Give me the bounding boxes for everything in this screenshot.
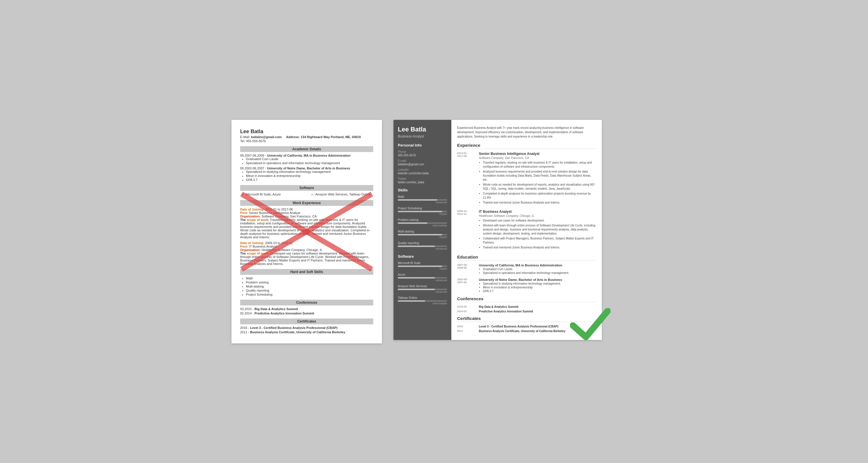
right-cert-1: 2016 Level 3 - Certified Business Analys…	[457, 325, 596, 328]
left-cert-1: 2016 - Level 3 - Certified Business Anal…	[240, 326, 373, 329]
right-conf-1-date: 2015-03	[457, 305, 476, 308]
left-skill-3: Multi-tasking	[246, 285, 373, 288]
left-skill-4: Quality reporting	[246, 289, 373, 292]
right-skill-qr-bar-bg	[398, 245, 447, 247]
right-edu-1-degree: University of California, MA in Business…	[479, 263, 569, 267]
right-skill-ps-bar-bg	[398, 211, 447, 212]
right-sw-mbi: Microsoft BI Suite Expert	[398, 261, 447, 270]
left-work-2: Date of Joining: 2009-10 to 2012-12 Post…	[240, 241, 373, 265]
left-skill-1: Math	[246, 277, 373, 280]
right-edu-1-detail: University of California, MA in Business…	[479, 263, 569, 275]
right-skill-prob-name: Problem solving	[398, 218, 447, 222]
right-sw-aws-bar-bg	[398, 289, 447, 290]
right-exp-2-b4: Trained and mentored Junior Business Ana…	[483, 245, 596, 250]
left-work-2-scope-intro: The scope of work:	[240, 252, 269, 255]
right-summary: Experienced Business Analyst with 7+ yea…	[457, 126, 596, 139]
left-work-header: Work Experience	[240, 200, 373, 206]
left-skill-2: Problem solving	[246, 281, 373, 284]
right-sw-tableau-level: Intermediate	[398, 302, 447, 305]
left-edu-2-bullet-2: Minor in innovation & entrepreneurship	[246, 174, 373, 177]
left-tel: Tel: 455-555-5676	[240, 139, 373, 143]
left-address: 134 Rightward Way Portland, ME, 04019	[301, 135, 361, 139]
left-edu-2-bullet-3: GPA 3.7	[246, 178, 373, 181]
left-edu-2-date: 09.2002-06.2007 -	[240, 167, 267, 170]
left-edu-1-date: 09.2007-06.2009 -	[240, 154, 267, 157]
right-edu-2-degree: University of Notre Dame, Bachelor of Ar…	[479, 278, 562, 282]
right-main: Experienced Business Analyst with 7+ yea…	[452, 120, 602, 340]
right-sw-tableau-bar-fill	[398, 300, 425, 302]
right-skill-math-name: Math	[398, 195, 447, 198]
right-edu-2-b3: GPA 3.7	[483, 290, 562, 293]
right-exp-1-b4: Completed in-depth analyses for business…	[483, 192, 596, 200]
right-sw-aws-level: Advanced	[398, 290, 447, 293]
right-exp-1-b5: Trained and mentored Junior Business Ana…	[483, 201, 596, 205]
right-linkedin-label: LinkedIn	[398, 168, 447, 171]
right-sw-aws-name: Amazon Web Services	[398, 285, 447, 288]
right-skills-title: Skills	[398, 188, 447, 192]
right-edu-1-b2: Specialized in operations and informatio…	[483, 271, 569, 274]
right-email-label: E-mail	[398, 159, 447, 163]
right-sw-mbi-bar-bg	[398, 265, 447, 267]
right-skill-prob-bar-bg	[398, 222, 447, 224]
right-exp-1-title: Senior Business Intelligence Analyst	[479, 152, 596, 156]
right-skill-prob-bar-fill	[398, 222, 427, 224]
right-sw-mbi-bar-fill	[398, 265, 442, 267]
right-skill-ps-name: Project Scheduling	[398, 207, 447, 210]
right-cert-2-name: Business Analysis Certificate, Universit…	[479, 329, 565, 333]
right-sw-tableau: Tableau Online Intermediate	[398, 296, 447, 305]
right-skill-ps-bar-fill	[398, 211, 442, 212]
right-skill-mt-bar-bg	[398, 234, 447, 235]
right-name: Lee Batla	[398, 126, 447, 133]
right-phone-label: Phone	[398, 150, 447, 153]
right-edu-2-date: 2002-09 -2007-06	[457, 278, 476, 293]
right-skill-mt-name: Multi-tasking	[398, 230, 447, 233]
right-sidebar: Lee Batla Business Analyst Personal Info…	[394, 120, 452, 340]
right-cert-2: 2011 Business Analysis Certificate, Univ…	[457, 329, 596, 333]
right-edu-2-detail: University of Notre Dame, Bachelor of Ar…	[479, 278, 562, 293]
right-software-title: Software	[398, 254, 447, 259]
resume-right: Lee Batla Business Analyst Personal Info…	[394, 120, 602, 340]
page-container: Lee Batla E-Mail: batlalee@gmail.com Add…	[231, 120, 637, 343]
left-conf-2: 02.2014 - Predictive Analytics Innovatio…	[240, 312, 373, 315]
right-exp-2-title: IT Business Analyst	[479, 210, 596, 214]
right-exp-2-b2: Worked with team through entire process …	[483, 224, 596, 236]
right-cert-1-name: Level 3 - Certified Business Analysis Pr…	[479, 325, 558, 328]
right-twitter: twitter.com/lee_balta	[398, 181, 447, 184]
left-edu-1: 09.2007-06.2009 - University of Californ…	[240, 154, 373, 165]
right-skill-math: Math Advanced	[398, 195, 447, 204]
right-sw-azure-name: Azure	[398, 273, 447, 276]
right-skill-quality-reporting: Quality reporting Advanced	[398, 241, 447, 250]
left-cert-2: 2011 - Business Analysis Certificate, Un…	[240, 330, 373, 334]
right-conf-2-date: 2014-02	[457, 310, 476, 313]
right-sw-aws: Amazon Web Services Advanced	[398, 285, 447, 293]
right-skill-math-level: Advanced	[398, 201, 447, 204]
right-conf-1: 2015-03 Big Data & Analytics Summit	[457, 305, 596, 308]
left-cert-header: Certificates	[240, 319, 373, 324]
right-edu-1: 2007-09 -2009-06 University of Californi…	[457, 263, 596, 275]
left-work-2-post-label: Post:	[240, 245, 249, 248]
right-sw-aws-bar-fill	[398, 289, 435, 290]
right-sw-azure-level: Advanced	[398, 279, 447, 282]
right-skill-multitasking: Multi-tasking Expert	[398, 230, 447, 239]
left-software-2: Amazon Web Services, Tableau Online	[315, 193, 373, 196]
left-edu-2: 09.2002-06.2007 - University of Notre Da…	[240, 167, 373, 181]
right-skill-ps-level: Expert	[398, 212, 447, 215]
right-edu-1-date: 2007-09 -2009-06	[457, 263, 476, 275]
right-edu-2-b2: Minor in innovation & entrepreneurship	[483, 286, 562, 289]
left-work-1-org-label: Organization:	[240, 214, 261, 218]
right-skill-prob-level: Intermediate	[398, 224, 447, 227]
left-work-1-date-label: Date of Joining:	[240, 208, 265, 211]
right-skill-problem-solving: Problem solving Intermediate	[398, 218, 447, 227]
right-exp-2-b1: Developed use cases for software develop…	[483, 219, 596, 223]
left-work-1: Date of Joining: 2013-01 to 2017-06 Post…	[240, 208, 373, 239]
right-exp-2-b3: Collaborated with Project Managers, Busi…	[483, 237, 596, 245]
right-exp-1-b1: Traveled regularly, working on-site with…	[483, 161, 596, 169]
left-conf-1: 03.2015 - Big Data & Analytics Summit	[240, 307, 373, 311]
right-exp-1-detail: Senior Business Intelligence Analyst Sof…	[479, 152, 596, 206]
left-name: Lee Batla	[240, 128, 373, 135]
right-sw-tableau-bar-bg	[398, 300, 447, 302]
right-exp-2-company: Healthcare Software Company, Chicago, IL	[479, 214, 596, 218]
right-skill-project-scheduling: Project Scheduling Expert	[398, 207, 447, 215]
right-cert-1-date: 2016	[457, 325, 476, 328]
right-sw-mbi-name: Microsoft BI Suite	[398, 261, 447, 265]
